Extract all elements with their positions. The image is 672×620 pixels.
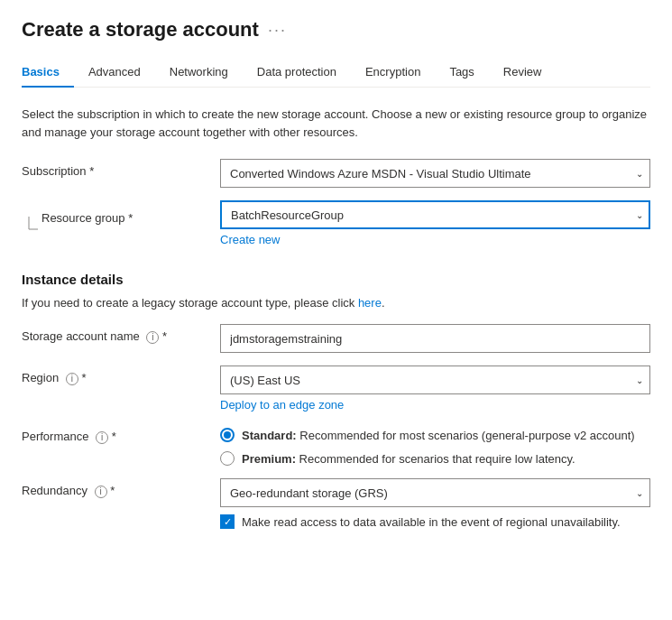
page-title: Create a storage account: [22, 18, 259, 42]
resource-group-row: Resource group * BatchResourceGroup ⌄ Cr…: [22, 200, 650, 246]
performance-premium-option[interactable]: Premium: Recommended for scenarios that …: [220, 451, 650, 466]
performance-premium-label: Premium: Recommended for scenarios that …: [242, 452, 575, 466]
resource-group-dropdown[interactable]: BatchResourceGroup: [220, 200, 650, 229]
redundancy-checkbox-label: Make read access to data available in th…: [242, 515, 621, 529]
region-dropdown-wrapper: (US) East US ⌄: [220, 366, 650, 394]
tab-review[interactable]: Review: [489, 58, 557, 88]
redundancy-label: Redundancy i *: [22, 478, 220, 498]
instance-details-title: Instance details: [22, 272, 650, 287]
tab-encryption[interactable]: Encryption: [351, 58, 435, 88]
redundancy-dropdown-wrapper: Geo-redundant storage (GRS) ⌄: [220, 478, 650, 507]
storage-account-name-label: Storage account name i *: [22, 324, 220, 344]
tab-basics[interactable]: Basics: [22, 58, 74, 88]
redundancy-row: Redundancy i * Geo-redundant storage (GR…: [22, 478, 650, 529]
resource-group-dropdown-wrapper: BatchResourceGroup ⌄: [220, 200, 650, 229]
redundancy-checkbox[interactable]: ✓: [220, 514, 235, 529]
create-new-link[interactable]: Create new: [220, 233, 280, 246]
region-label: Region i *: [22, 366, 220, 385]
subscription-label: Subscription *: [22, 159, 220, 178]
region-row: Region i * (US) East US ⌄ Deploy to an e…: [22, 366, 650, 412]
connector-line-icon: [22, 217, 38, 235]
tab-advanced[interactable]: Advanced: [74, 58, 155, 88]
performance-radio-group: Standard: Recommended for most scenarios…: [220, 424, 650, 466]
performance-info-icon: i: [96, 431, 108, 444]
performance-control: Standard: Recommended for most scenarios…: [220, 424, 650, 466]
subscription-section: Subscription * Converted Windows Azure M…: [22, 159, 650, 246]
resource-group-label-col: Resource group *: [22, 200, 220, 235]
page-title-area: Create a storage account ···: [22, 18, 650, 42]
tabs-nav: BasicsAdvancedNetworkingData protectionE…: [22, 58, 650, 88]
performance-premium-radio[interactable]: [220, 451, 235, 466]
description-text: Select the subscription in which to crea…: [22, 106, 650, 141]
performance-standard-radio[interactable]: [220, 428, 235, 442]
redundancy-info-icon: i: [95, 486, 107, 498]
redundancy-dropdown[interactable]: Geo-redundant storage (GRS): [220, 478, 650, 507]
region-dropdown[interactable]: (US) East US: [220, 366, 650, 394]
subscription-dropdown-wrapper: Converted Windows Azure MSDN - Visual St…: [220, 159, 650, 188]
region-info-icon: i: [66, 373, 78, 385]
instance-details-section: Instance details If you need to create a…: [22, 272, 650, 529]
region-control: (US) East US ⌄ Deploy to an edge zone: [220, 366, 650, 412]
performance-standard-option[interactable]: Standard: Recommended for most scenarios…: [220, 428, 650, 442]
performance-standard-label: Standard: Recommended for most scenarios…: [242, 429, 635, 442]
legacy-text: If you need to create a legacy storage a…: [22, 296, 650, 310]
redundancy-control: Geo-redundant storage (GRS) ⌄ ✓ Make rea…: [220, 478, 650, 529]
tab-data-protection[interactable]: Data protection: [243, 58, 351, 88]
resource-group-label: Resource group *: [41, 211, 133, 225]
subscription-dropdown[interactable]: Converted Windows Azure MSDN - Visual St…: [220, 159, 650, 188]
tab-tags[interactable]: Tags: [435, 58, 488, 88]
performance-row: Performance i * Standard: Recommended fo…: [22, 424, 650, 466]
tab-networking[interactable]: Networking: [155, 58, 243, 88]
performance-label: Performance i *: [22, 424, 220, 444]
legacy-link[interactable]: here: [358, 296, 382, 310]
subscription-row: Subscription * Converted Windows Azure M…: [22, 159, 650, 188]
storage-account-name-control: [220, 324, 650, 353]
storage-account-name-input[interactable]: [220, 324, 650, 353]
page-title-dots: ···: [268, 21, 287, 40]
resource-group-control: BatchResourceGroup ⌄ Create new: [220, 200, 650, 246]
subscription-control: Converted Windows Azure MSDN - Visual St…: [220, 159, 650, 188]
checkmark-icon: ✓: [224, 517, 232, 527]
redundancy-checkbox-row: ✓ Make read access to data available in …: [220, 514, 650, 529]
edge-zone-link[interactable]: Deploy to an edge zone: [220, 398, 344, 412]
storage-account-name-row: Storage account name i *: [22, 324, 650, 353]
storage-name-info-icon: i: [146, 331, 159, 344]
